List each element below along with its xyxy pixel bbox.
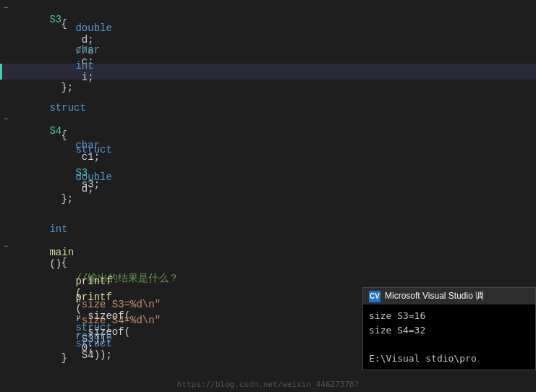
code-editor: − struct S3 { double d; //8 char c; in xyxy=(0,0,536,392)
code-line-15 xyxy=(0,223,536,239)
terminal-titlebar: CV Microsoft Visual Studio 调 xyxy=(363,288,535,304)
terminal-content: size S3=16 size S4=32 E:\Visual stdio\pr… xyxy=(363,304,535,370)
fold-indicator-1[interactable]: − xyxy=(0,3,10,13)
terminal-line-2: size S4=32 xyxy=(369,323,529,338)
fold-indicator-3[interactable]: − xyxy=(0,242,10,252)
code-line-13: }; xyxy=(0,191,536,207)
fold-indicator-2[interactable]: − xyxy=(0,114,10,124)
terminal-window: CV Microsoft Visual Studio 调 size S3=16 … xyxy=(362,287,536,370)
code-line-16: − int main () xyxy=(0,239,536,255)
watermark: https://blog.csdn.net/weixin_44627378? xyxy=(0,380,536,389)
active-line-indicator xyxy=(0,64,2,80)
code-line-8: − struct S4 xyxy=(0,111,536,127)
terminal-line-1: size S3=16 xyxy=(369,309,529,323)
code-line-5: int i; xyxy=(0,64,536,80)
terminal-line-3 xyxy=(369,337,529,351)
terminal-title: Microsoft Visual Studio 调 xyxy=(385,290,484,302)
vs-icon: CV xyxy=(369,291,380,302)
code-line-14 xyxy=(0,207,536,223)
keyword-int: int xyxy=(75,60,93,72)
code-line-12: double d; xyxy=(0,175,536,191)
terminal-line-4: E:\Visual stdio\pro xyxy=(369,351,529,366)
